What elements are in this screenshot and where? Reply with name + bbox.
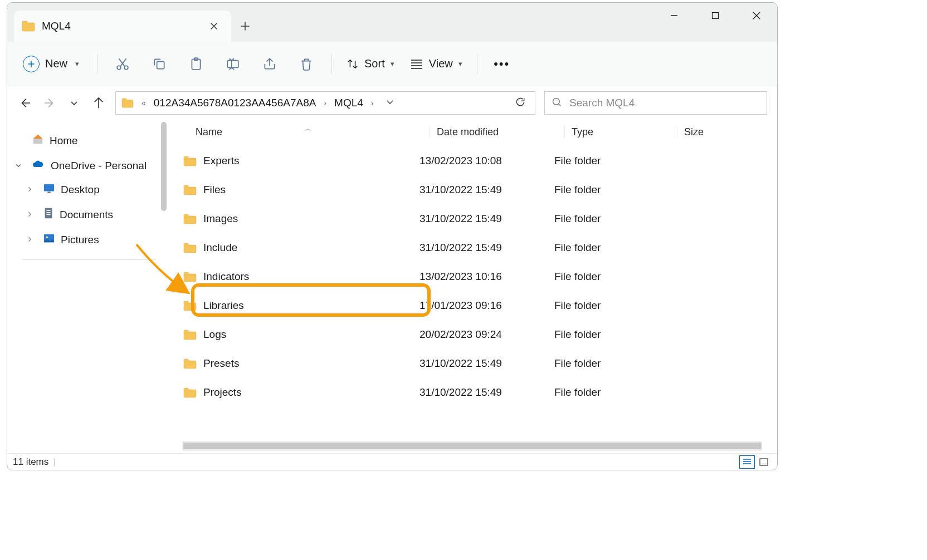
minimize-button[interactable] xyxy=(653,3,695,28)
column-header-name[interactable]: Name ︿ xyxy=(196,126,430,138)
file-date: 17/01/2023 09:16 xyxy=(415,299,550,312)
table-row[interactable]: Indicators13/02/2023 10:16File folder xyxy=(167,262,777,291)
svg-rect-8 xyxy=(44,184,54,191)
folder-icon xyxy=(183,213,198,224)
table-row[interactable]: Include31/10/2022 15:49File folder xyxy=(167,233,777,262)
path-overflow-icon[interactable]: « xyxy=(139,99,148,107)
scrollbar-thumb[interactable] xyxy=(183,443,762,449)
sidebar-item-label: Pictures xyxy=(61,234,99,246)
file-name: Experts xyxy=(203,155,239,167)
file-type: File folder xyxy=(550,271,662,283)
paste-button[interactable] xyxy=(179,51,213,77)
sidebar-item-pictures[interactable]: Pictures xyxy=(7,228,167,252)
view-button[interactable]: View ▾ xyxy=(403,53,469,75)
address-bar[interactable]: « 012A34A5678A0123AA456A7A8A › MQL4 › xyxy=(115,91,535,115)
sidebar-item-documents[interactable]: Documents xyxy=(7,202,167,228)
sort-button[interactable]: Sort ▾ xyxy=(340,53,401,75)
chevron-down-icon[interactable] xyxy=(15,161,22,170)
address-dropdown-button[interactable] xyxy=(381,97,399,109)
table-row[interactable]: Logs20/02/2023 09:24File folder xyxy=(167,320,777,349)
close-tab-button[interactable] xyxy=(206,18,222,35)
folder-icon xyxy=(183,155,198,166)
table-row[interactable]: Files31/10/2022 15:49File folder xyxy=(167,175,777,204)
file-name: Presets xyxy=(203,357,239,370)
column-header-type[interactable]: Type xyxy=(564,126,677,138)
horizontal-scrollbar[interactable] xyxy=(182,441,762,451)
cut-button[interactable] xyxy=(105,51,140,77)
chevron-right-icon[interactable] xyxy=(26,235,33,244)
breadcrumb-segment[interactable]: 012A34A5678A0123AA456A7A8A xyxy=(154,97,316,109)
file-date: 20/02/2023 09:24 xyxy=(415,328,550,341)
chevron-down-icon: ▾ xyxy=(391,60,394,68)
copy-button[interactable] xyxy=(142,51,177,77)
column-header-date[interactable]: Date modified xyxy=(430,126,564,138)
file-type: File folder xyxy=(550,184,662,196)
divider xyxy=(23,259,155,260)
sidebar-item-onedrive[interactable]: OneDrive - Personal xyxy=(7,154,167,178)
titlebar: MQL4 xyxy=(7,3,777,42)
breadcrumb-text: 012A34A5678A0123AA456A7A8A xyxy=(154,97,316,109)
share-button[interactable] xyxy=(252,51,287,77)
table-row[interactable]: Presets31/10/2022 15:49File folder xyxy=(167,349,777,378)
file-date: 31/10/2022 15:49 xyxy=(415,184,550,196)
chevron-right-icon[interactable]: › xyxy=(369,99,376,107)
table-row[interactable]: Projects31/10/2022 15:49File folder xyxy=(167,378,777,407)
content-pane: Name ︿ Date modified Type Size Experts13… xyxy=(167,120,777,453)
folder-icon xyxy=(183,358,198,369)
new-button[interactable]: New ▾ xyxy=(13,51,89,77)
new-tab-button[interactable] xyxy=(231,11,259,42)
delete-button[interactable] xyxy=(289,51,324,77)
scrollbar-thumb[interactable] xyxy=(161,122,167,211)
breadcrumb-current[interactable]: MQL4 xyxy=(334,97,363,109)
table-row[interactable]: Images31/10/2022 15:49File folder xyxy=(167,204,777,233)
sidebar-item-label: Desktop xyxy=(61,184,100,196)
maximize-button[interactable] xyxy=(695,3,736,28)
document-icon xyxy=(43,207,54,222)
chevron-right-icon[interactable] xyxy=(26,210,33,219)
file-explorer-window: MQL4 New ▾ xyxy=(7,2,778,470)
rename-button[interactable] xyxy=(216,51,250,77)
file-date: 31/10/2022 15:49 xyxy=(415,213,550,225)
tab-title: MQL4 xyxy=(42,20,206,32)
new-label: New xyxy=(45,57,67,70)
file-date: 31/10/2022 15:49 xyxy=(415,386,550,399)
sidebar-item-home[interactable]: Home xyxy=(7,127,167,154)
back-button[interactable] xyxy=(17,95,33,111)
svg-rect-6 xyxy=(227,60,238,67)
column-header-size[interactable]: Size xyxy=(677,126,777,138)
search-icon xyxy=(552,97,563,110)
address-row: « 012A34A5678A0123AA456A7A8A › MQL4 › xyxy=(7,86,777,120)
file-type: File folder xyxy=(550,386,662,399)
sidebar-item-desktop[interactable]: Desktop xyxy=(7,178,167,202)
separator xyxy=(477,54,477,74)
column-headers: Name ︿ Date modified Type Size xyxy=(167,120,777,144)
folder-icon xyxy=(121,98,134,108)
sort-ascending-icon: ︿ xyxy=(305,124,311,134)
search-input[interactable] xyxy=(569,97,760,109)
more-button[interactable]: ••• xyxy=(485,57,519,71)
separator xyxy=(331,54,332,74)
large-icons-view-button[interactable] xyxy=(756,455,772,469)
file-type: File folder xyxy=(550,299,662,312)
file-name: Indicators xyxy=(203,271,249,283)
forward-button[interactable] xyxy=(42,95,57,111)
folder-icon xyxy=(183,387,198,398)
refresh-button[interactable] xyxy=(511,96,529,110)
table-row[interactable]: Libraries17/01/2023 09:16File folder xyxy=(167,291,777,320)
search-box[interactable] xyxy=(544,91,767,115)
toolbar: New ▾ Sort ▾ View ▾ xyxy=(7,42,777,86)
view-label: View xyxy=(429,57,453,70)
close-window-button[interactable] xyxy=(736,3,777,28)
recent-locations-button[interactable] xyxy=(66,95,82,111)
chevron-right-icon[interactable] xyxy=(26,185,33,194)
cloud-icon xyxy=(32,159,45,172)
plus-circle-icon xyxy=(23,56,40,72)
folder-icon xyxy=(183,329,198,340)
file-name: Libraries xyxy=(203,299,244,312)
file-date: 13/02/2023 10:16 xyxy=(415,271,550,283)
chevron-right-icon[interactable]: › xyxy=(321,99,329,107)
details-view-button[interactable] xyxy=(739,455,755,469)
table-row[interactable]: Experts13/02/2023 10:08File folder xyxy=(167,146,777,175)
up-button[interactable] xyxy=(91,95,106,111)
tab-active[interactable]: MQL4 xyxy=(14,11,231,42)
